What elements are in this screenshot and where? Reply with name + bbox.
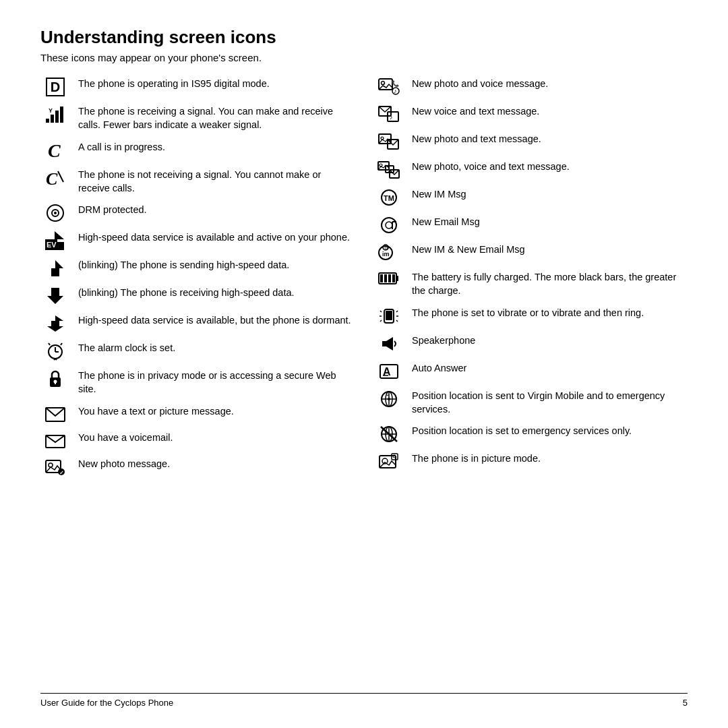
columns: D The phone is operating in IS95 digital… [40, 77, 688, 686]
list-item: 📞 ♪ New photo and voice message. [374, 77, 688, 96]
list-item: im @ New IM & New Email Msg [374, 243, 688, 262]
svg-rect-67 [380, 274, 383, 282]
svg-text:EV: EV [47, 241, 57, 249]
drm-icon [40, 203, 70, 222]
data-recv-icon [40, 286, 70, 305]
svg-text:im: im [382, 251, 390, 257]
svg-line-28 [55, 359, 57, 360]
list-item: You have a text or picture message. [40, 404, 354, 423]
list-item: You have a voicemail. [40, 431, 354, 449]
svg-text:📞: 📞 [392, 80, 400, 88]
location-emerg-icon [374, 424, 404, 444]
speakerphone-icon [374, 334, 404, 353]
list-item: + Position location is sent to Virgin Mo… [374, 389, 688, 417]
svg-rect-13 [57, 242, 64, 250]
im-email-icon: im @ [374, 243, 404, 262]
call-icon: C [40, 140, 70, 160]
list-item: The battery is fully charged. The more b… [374, 270, 688, 298]
svg-marker-15 [55, 260, 63, 268]
alarm-icon [40, 341, 70, 361]
svg-text:Y: Y [49, 107, 53, 114]
envelope-icon [40, 404, 70, 423]
list-item: (blinking) The phone is receiving high-s… [40, 286, 354, 305]
icon-description: The alarm clock is set. [78, 341, 354, 355]
icon-description: The battery is fully charged. The more b… [412, 270, 688, 298]
list-item: D The phone is operating in IS95 digital… [40, 77, 354, 96]
svg-rect-2 [55, 111, 59, 123]
icon-description: New photo and voice message. [412, 77, 688, 90]
footer-right: 5 [683, 698, 688, 708]
icon-description: (blinking) The phone is receiving high-s… [78, 286, 354, 299]
privacy-icon [40, 369, 70, 388]
voice-text-icon: ♪ [374, 104, 404, 124]
icon-description: New Email Msg [412, 215, 688, 229]
autoanswer-icon: A [374, 361, 404, 381]
svg-text:♪: ♪ [390, 114, 393, 121]
data-dormant-icon [40, 313, 70, 333]
list-item: New photo and text message. [374, 132, 688, 152]
list-item: ♪ New voice and text message. [374, 104, 688, 124]
svg-text:+: + [386, 393, 389, 398]
vibrate-icon [374, 306, 404, 326]
list-item: A Auto Answer [374, 361, 688, 381]
icon-description: New photo message. [78, 457, 354, 471]
svg-rect-1 [51, 115, 54, 123]
svg-line-7 [58, 171, 63, 182]
svg-point-87 [388, 398, 390, 400]
photo-voice-text-icon: ♪ [374, 160, 404, 179]
svg-line-78 [396, 320, 398, 322]
list-item: High-speed data service is available, bu… [40, 313, 354, 333]
svg-rect-66 [396, 276, 398, 281]
icon-description: The phone is receiving a signal. You can… [78, 104, 354, 132]
svg-line-76 [396, 311, 398, 312]
svg-rect-16 [51, 268, 59, 276]
list-item: The phone is in privacy mode or is acces… [40, 369, 354, 396]
list-item: TM New IM Msg [374, 187, 688, 207]
list-item: EV High-speed data service is available … [40, 231, 354, 250]
svg-rect-96 [392, 454, 398, 460]
svg-rect-20 [51, 321, 59, 326]
footer-left: User Guide for the Cyclops Phone [40, 698, 173, 708]
icon-description: New voice and text message. [412, 104, 688, 118]
icon-description: A call is in progress. [78, 140, 354, 154]
list-item: The phone is set to vibrate or to vibrat… [374, 306, 688, 326]
icon-description: The phone is not receiving a signal. You… [78, 168, 354, 195]
list-item: Position location is set to emergency se… [374, 424, 688, 444]
icon-description: Speakerphone [412, 334, 688, 347]
svg-line-73 [380, 311, 382, 312]
list-item: ♪ New photo, voice and text message. [374, 160, 688, 179]
location-on-icon: + [374, 389, 404, 408]
svg-rect-69 [388, 274, 391, 282]
page-subtitle: These icons may appear on your phone's s… [40, 52, 688, 63]
icon-description: DRM protected. [78, 203, 354, 216]
svg-rect-72 [386, 311, 392, 320]
list-item: Y The phone is receiving a signal. You c… [40, 104, 354, 132]
svg-text:C: C [46, 169, 58, 187]
photo-msg-icon: ✓ [40, 457, 70, 477]
photo-text-icon [374, 132, 404, 152]
icon-description: The phone is in picture mode. [412, 452, 688, 465]
icon-description: (blinking) The phone is sending high-spe… [78, 258, 354, 272]
right-column: 📞 ♪ New photo and voice message. ♪ [374, 77, 688, 686]
photo-voice-icon: 📞 ♪ [374, 77, 404, 96]
list-item: C The phone is not receiving a signal. Y… [40, 168, 354, 195]
picture-mode-icon [374, 452, 404, 471]
page: Understanding screen icons These icons m… [0, 0, 728, 728]
svg-marker-21 [47, 326, 63, 332]
icon-description: The phone is operating in IS95 digital m… [78, 77, 354, 90]
data-send-icon [40, 258, 70, 278]
voicemail-icon [40, 431, 70, 449]
icon-description: You have a text or picture message. [78, 404, 354, 418]
icon-description: Auto Answer [412, 361, 688, 375]
svg-text:@: @ [384, 245, 389, 250]
list-item: (blinking) The phone is sending high-spe… [40, 258, 354, 278]
svg-marker-12 [55, 231, 64, 239]
svg-rect-17 [51, 288, 59, 296]
svg-line-25 [49, 343, 50, 345]
icon-description: The phone is set to vibrate or to vibrat… [412, 306, 688, 320]
icon-description: New photo, voice and text message. [412, 160, 688, 173]
svg-rect-31 [55, 382, 56, 384]
list-item: Speakerphone [374, 334, 688, 353]
svg-point-10 [54, 212, 57, 214]
list-item: ✓ New photo message. [40, 457, 354, 477]
